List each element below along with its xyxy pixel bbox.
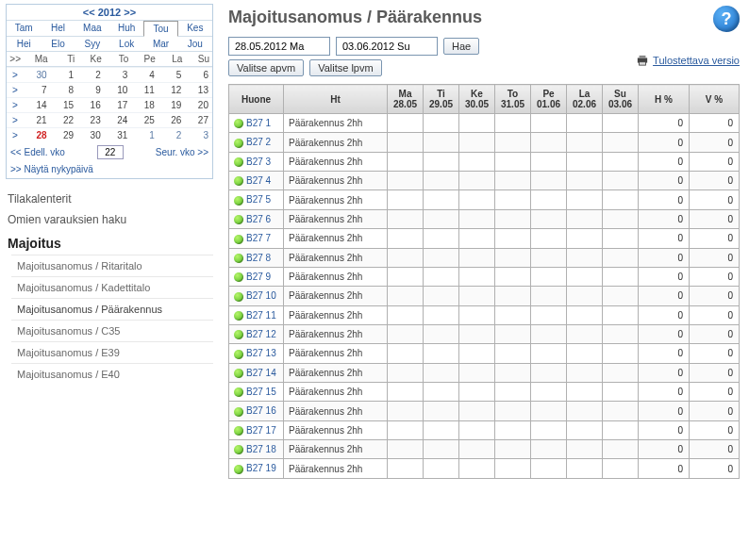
day-cell[interactable]: [424, 440, 459, 459]
month-Hei[interactable]: Hei: [7, 37, 41, 52]
cal-day[interactable]: 3: [105, 67, 132, 82]
day-cell[interactable]: [603, 133, 639, 152]
day-cell[interactable]: [495, 114, 531, 133]
day-cell[interactable]: [459, 305, 495, 324]
day-cell[interactable]: [424, 363, 459, 382]
day-cell[interactable]: [603, 190, 639, 209]
prev-week-link[interactable]: << Edell. vko: [10, 147, 65, 157]
day-cell[interactable]: [459, 402, 495, 420]
day-cell[interactable]: [603, 440, 639, 459]
week-selector[interactable]: >: [7, 127, 24, 142]
month-Jou[interactable]: Jou: [178, 37, 212, 52]
day-cell[interactable]: [459, 344, 495, 363]
day-cell[interactable]: [531, 305, 567, 324]
day-cell[interactable]: [567, 440, 603, 459]
day-cell[interactable]: [567, 287, 603, 305]
day-cell[interactable]: [567, 363, 603, 382]
room-cell[interactable]: B27 1: [229, 114, 284, 133]
month-Tam[interactable]: Tam: [7, 21, 41, 37]
day-cell[interactable]: [495, 152, 531, 171]
week-input[interactable]: [97, 145, 124, 159]
day-cell[interactable]: [459, 133, 495, 152]
day-cell[interactable]: [603, 229, 639, 248]
day-cell[interactable]: [459, 440, 495, 459]
day-cell[interactable]: [424, 420, 459, 439]
cal-day[interactable]: 11: [131, 82, 158, 97]
day-cell[interactable]: [531, 267, 567, 286]
month-Mar[interactable]: Mar: [143, 37, 177, 52]
day-cell[interactable]: [531, 440, 567, 459]
day-cell[interactable]: [495, 459, 531, 478]
day-cell[interactable]: [567, 190, 603, 209]
cal-day[interactable]: 27: [185, 112, 212, 127]
day-cell[interactable]: [603, 152, 639, 171]
valitse-lpvm-button[interactable]: Valitse lpvm: [309, 59, 381, 76]
cal-day[interactable]: 24: [105, 112, 132, 127]
day-cell[interactable]: [495, 209, 531, 228]
cal-day[interactable]: 14: [24, 97, 51, 112]
day-cell[interactable]: [495, 344, 531, 363]
day-cell[interactable]: [459, 209, 495, 228]
cal-day[interactable]: 1: [51, 67, 78, 82]
day-cell[interactable]: [388, 305, 424, 324]
room-cell[interactable]: B27 14: [229, 363, 284, 382]
day-cell[interactable]: [531, 248, 567, 267]
day-cell[interactable]: [495, 133, 531, 152]
day-cell[interactable]: [459, 287, 495, 305]
day-cell[interactable]: [459, 152, 495, 171]
day-cell[interactable]: [531, 363, 567, 382]
day-cell[interactable]: [388, 114, 424, 133]
day-cell[interactable]: [603, 363, 639, 382]
day-cell[interactable]: [388, 344, 424, 363]
sidebar-item[interactable]: Majoitusanomus / Kadettitalo: [11, 276, 213, 298]
month-Hel[interactable]: Hel: [41, 21, 75, 37]
cal-day[interactable]: 29: [51, 127, 78, 142]
day-cell[interactable]: [567, 420, 603, 439]
room-cell[interactable]: B27 8: [229, 248, 284, 267]
sidebar-item[interactable]: Majoitusanomus / C35: [11, 320, 213, 341]
day-cell[interactable]: [531, 402, 567, 420]
day-cell[interactable]: [459, 267, 495, 286]
day-cell[interactable]: [424, 152, 459, 171]
show-today-link[interactable]: >> Näytä nykypäivä: [10, 164, 93, 174]
day-cell[interactable]: [603, 305, 639, 324]
date-from-input[interactable]: [228, 37, 330, 56]
cal-day[interactable]: 26: [158, 112, 186, 127]
day-cell[interactable]: [495, 267, 531, 286]
day-cell[interactable]: [388, 363, 424, 382]
cal-day[interactable]: 10: [105, 82, 132, 97]
day-cell[interactable]: [603, 114, 639, 133]
day-cell[interactable]: [531, 383, 567, 402]
room-cell[interactable]: B27 4: [229, 172, 284, 190]
help-icon[interactable]: ?: [713, 6, 740, 32]
room-cell[interactable]: B27 5: [229, 190, 284, 209]
week-selector[interactable]: >: [7, 97, 24, 112]
cal-day[interactable]: 7: [24, 82, 51, 97]
month-Lok[interactable]: Lok: [109, 37, 143, 52]
nav-tilakalenterit[interactable]: Tilakalenterit: [6, 189, 213, 209]
day-cell[interactable]: [495, 190, 531, 209]
day-cell[interactable]: [424, 267, 459, 286]
day-cell[interactable]: [567, 114, 603, 133]
cal-day[interactable]: 21: [24, 112, 51, 127]
col-ht[interactable]: Ht: [284, 85, 388, 114]
day-cell[interactable]: [531, 420, 567, 439]
day-cell[interactable]: [388, 229, 424, 248]
month-Syy[interactable]: Syy: [75, 37, 109, 52]
cal-day[interactable]: 6: [185, 67, 212, 82]
day-cell[interactable]: [424, 305, 459, 324]
cal-day[interactable]: 22: [51, 112, 78, 127]
day-cell[interactable]: [424, 133, 459, 152]
year-prev[interactable]: <<: [83, 7, 95, 18]
day-cell[interactable]: [603, 267, 639, 286]
day-cell[interactable]: [495, 440, 531, 459]
day-cell[interactable]: [567, 172, 603, 190]
cal-day[interactable]: 31: [105, 127, 132, 142]
cal-day[interactable]: 3: [185, 127, 212, 142]
day-cell[interactable]: [459, 229, 495, 248]
day-cell[interactable]: [603, 209, 639, 228]
year-next[interactable]: >>: [124, 7, 136, 18]
day-cell[interactable]: [567, 229, 603, 248]
month-Elo[interactable]: Elo: [41, 37, 75, 52]
valitse-apvm-button[interactable]: Valitse apvm: [228, 59, 304, 76]
